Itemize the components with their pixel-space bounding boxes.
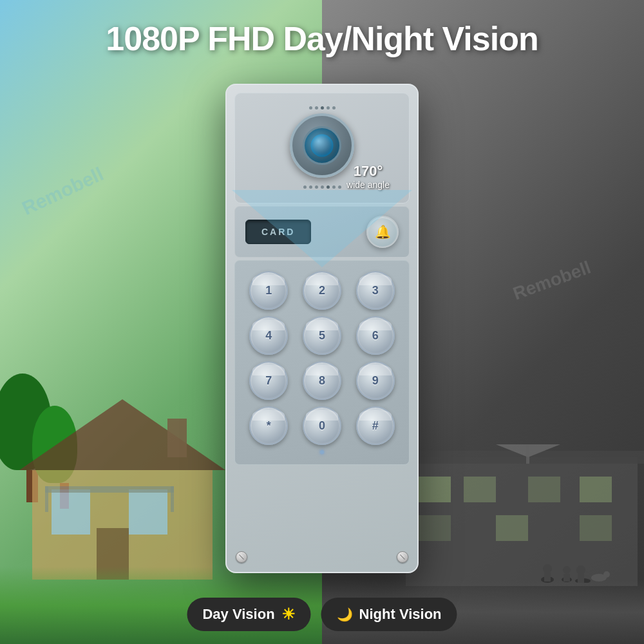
fov-degrees: 170° bbox=[346, 163, 390, 180]
sensor-dots-top bbox=[245, 106, 399, 109]
sun-icon: ☀ bbox=[281, 605, 296, 623]
svg-rect-28 bbox=[578, 574, 584, 583]
people-silhouettes bbox=[535, 544, 612, 583]
svg-rect-22 bbox=[544, 573, 551, 582]
svg-rect-15 bbox=[419, 515, 451, 541]
moon-icon: 🌙 bbox=[337, 607, 353, 622]
svg-rect-8 bbox=[167, 419, 187, 457]
svg-rect-14 bbox=[580, 477, 612, 502]
fov-text: 170° wide angle bbox=[346, 163, 390, 190]
svg-rect-7 bbox=[171, 486, 174, 512]
night-vision-label: 🌙 Night Vision bbox=[321, 598, 457, 631]
day-vision-label: Day Vision ☀ bbox=[187, 598, 310, 631]
status-led bbox=[320, 450, 324, 454]
main-container: Remobell Remobell 1080P FHD Day/Night Vi… bbox=[0, 0, 644, 644]
key-1[interactable]: 1 bbox=[249, 271, 288, 310]
svg-rect-11 bbox=[419, 477, 451, 502]
night-vision-text: Night Vision bbox=[359, 606, 442, 623]
svg-point-21 bbox=[543, 564, 552, 573]
house-left-svg bbox=[13, 386, 258, 580]
screw-bottom-left bbox=[236, 551, 247, 563]
key-4[interactable]: 4 bbox=[249, 316, 288, 355]
camera-lens-outer bbox=[303, 126, 341, 165]
fov-beam bbox=[232, 190, 412, 267]
svg-rect-16 bbox=[496, 515, 528, 541]
key-5[interactable]: 5 bbox=[303, 316, 341, 355]
svg-rect-2 bbox=[52, 489, 90, 535]
key-3[interactable]: 3 bbox=[356, 271, 395, 310]
svg-point-24 bbox=[563, 566, 571, 574]
svg-marker-1 bbox=[19, 399, 225, 470]
svg-point-30 bbox=[603, 571, 610, 578]
bottom-labels: Day Vision ☀ 🌙 Night Vision bbox=[187, 598, 457, 631]
key-2[interactable]: 2 bbox=[303, 271, 341, 310]
svg-point-27 bbox=[576, 565, 585, 574]
keypad-section: 123456789*0# bbox=[234, 260, 410, 465]
key-9[interactable]: 9 bbox=[356, 361, 395, 400]
device-panel: 170° wide angle CARD 🔔 123456789*0# bbox=[225, 84, 419, 573]
key-#[interactable]: # bbox=[356, 406, 395, 445]
svg-rect-5 bbox=[45, 486, 174, 493]
screw-bottom-right bbox=[397, 551, 408, 563]
svg-rect-6 bbox=[45, 486, 48, 512]
camera-housing bbox=[290, 113, 354, 178]
day-vision-text: Day Vision bbox=[202, 606, 274, 623]
svg-rect-13 bbox=[528, 477, 560, 502]
page-title: 1080P FHD Day/Night Vision bbox=[0, 19, 644, 58]
key-8[interactable]: 8 bbox=[303, 361, 341, 400]
key-6[interactable]: 6 bbox=[356, 316, 395, 355]
svg-rect-25 bbox=[564, 574, 570, 582]
camera-section: 170° wide angle bbox=[234, 93, 410, 204]
key-0[interactable]: 0 bbox=[303, 406, 341, 445]
key-*[interactable]: * bbox=[249, 406, 288, 445]
camera-lens-inner bbox=[311, 135, 334, 157]
svg-rect-17 bbox=[580, 515, 612, 541]
fov-label: wide angle bbox=[346, 180, 390, 190]
keypad-grid: 123456789*0# bbox=[245, 271, 399, 445]
svg-rect-19 bbox=[526, 444, 529, 464]
svg-rect-3 bbox=[129, 489, 167, 535]
svg-rect-12 bbox=[464, 477, 496, 502]
key-7[interactable]: 7 bbox=[249, 361, 288, 400]
